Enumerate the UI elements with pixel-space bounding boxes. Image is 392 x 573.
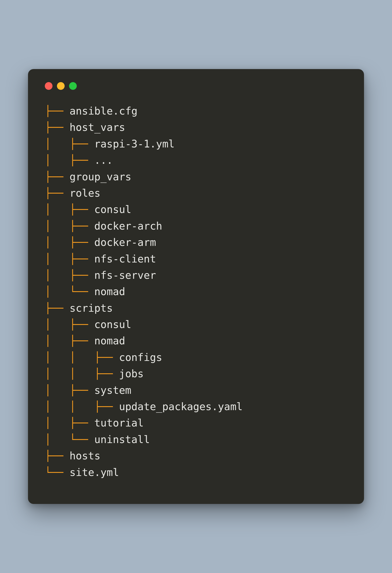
tree-line: │ ├── system bbox=[45, 382, 347, 398]
tree-line: │ ├── consul bbox=[45, 316, 347, 333]
tree-branch: ├── bbox=[45, 302, 70, 314]
tree-line: ├── host_vars bbox=[45, 119, 347, 136]
tree-branch: │ ├── bbox=[45, 269, 94, 281]
tree-node-name: nomad bbox=[94, 335, 125, 347]
tree-node-name: nfs-server bbox=[94, 269, 156, 281]
tree-branch: │ │ ├── bbox=[45, 401, 119, 412]
tree-line: │ ├── consul bbox=[45, 201, 347, 218]
tree-line: └── site.yml bbox=[45, 464, 347, 481]
tree-node-name: ansible.cfg bbox=[70, 105, 137, 117]
tree-line: │ │ ├── configs bbox=[45, 349, 347, 366]
tree-line: │ ├── docker-arch bbox=[45, 218, 347, 234]
tree-node-name: group_vars bbox=[70, 171, 131, 183]
tree-branch: │ ├── bbox=[45, 220, 94, 232]
tree-branch: │ ├── bbox=[45, 154, 94, 166]
tree-branch: │ ├── bbox=[45, 236, 94, 248]
tree-node-name: hosts bbox=[70, 450, 100, 462]
tree-line: │ ├── nomad bbox=[45, 333, 347, 349]
tree-line: ├── scripts bbox=[45, 300, 347, 316]
tree-node-name: scripts bbox=[70, 302, 113, 314]
tree-line: │ ├── ... bbox=[45, 152, 347, 168]
tree-line: ├── roles bbox=[45, 185, 347, 201]
tree-line: │ └── nomad bbox=[45, 284, 347, 300]
tree-node-name: consul bbox=[94, 203, 131, 215]
tree-node-name: nfs-client bbox=[94, 253, 156, 265]
tree-branch: │ ├── bbox=[45, 138, 94, 150]
tree-line: │ ├── nfs-client bbox=[45, 251, 347, 267]
tree-branch: ├── bbox=[45, 187, 70, 199]
tree-node-name: host_vars bbox=[70, 121, 125, 133]
tree-node-name: ... bbox=[94, 154, 113, 166]
tree-line: ├── group_vars bbox=[45, 169, 347, 185]
tree-line: │ ├── nfs-server bbox=[45, 267, 347, 284]
tree-branch: │ ├── bbox=[45, 417, 94, 429]
tree-branch: └── bbox=[45, 466, 70, 478]
tree-line: │ ├── docker-arm bbox=[45, 234, 347, 251]
tree-branch: │ ├── bbox=[45, 253, 94, 265]
tree-branch: │ ├── bbox=[45, 319, 94, 330]
tree-branch: │ ├── bbox=[45, 335, 94, 347]
tree-node-name: site.yml bbox=[70, 466, 119, 478]
tree-branch: │ ├── bbox=[45, 203, 94, 215]
tree-node-name: update_packages.yaml bbox=[119, 401, 243, 412]
tree-node-name: raspi-3-1.yml bbox=[94, 138, 175, 150]
tree-output: ├── ansible.cfg├── host_vars│ ├── raspi-… bbox=[45, 103, 347, 481]
tree-branch: │ │ ├── bbox=[45, 351, 119, 363]
tree-node-name: docker-arch bbox=[94, 220, 162, 232]
tree-line: │ │ ├── jobs bbox=[45, 366, 347, 382]
tree-line: │ ├── tutorial bbox=[45, 415, 347, 431]
tree-branch: ├── bbox=[45, 105, 70, 117]
close-icon[interactable] bbox=[45, 82, 53, 90]
tree-branch: │ ├── bbox=[45, 384, 94, 396]
tree-node-name: consul bbox=[94, 319, 131, 330]
tree-branch: ├── bbox=[45, 171, 70, 183]
tree-node-name: docker-arm bbox=[94, 236, 156, 248]
window-titlebar bbox=[45, 82, 347, 90]
tree-node-name: configs bbox=[119, 351, 162, 363]
tree-branch: ├── bbox=[45, 450, 70, 462]
terminal-window: ├── ansible.cfg├── host_vars│ ├── raspi-… bbox=[28, 69, 364, 504]
tree-branch: │ └── bbox=[45, 286, 94, 297]
tree-line: │ ├── raspi-3-1.yml bbox=[45, 136, 347, 152]
tree-node-name: nomad bbox=[94, 286, 125, 297]
tree-node-name: roles bbox=[70, 187, 100, 199]
tree-branch: ├── bbox=[45, 121, 70, 133]
tree-line: ├── ansible.cfg bbox=[45, 103, 347, 119]
tree-branch: │ └── bbox=[45, 433, 94, 445]
tree-line: │ └── uninstall bbox=[45, 431, 347, 448]
tree-node-name: uninstall bbox=[94, 433, 150, 445]
tree-node-name: system bbox=[94, 384, 131, 396]
tree-branch: │ │ ├── bbox=[45, 368, 119, 380]
tree-line: ├── hosts bbox=[45, 448, 347, 464]
tree-node-name: jobs bbox=[119, 368, 144, 380]
tree-node-name: tutorial bbox=[94, 417, 144, 429]
tree-line: │ │ ├── update_packages.yaml bbox=[45, 398, 347, 415]
minimize-icon[interactable] bbox=[57, 82, 65, 90]
zoom-icon[interactable] bbox=[69, 82, 77, 90]
